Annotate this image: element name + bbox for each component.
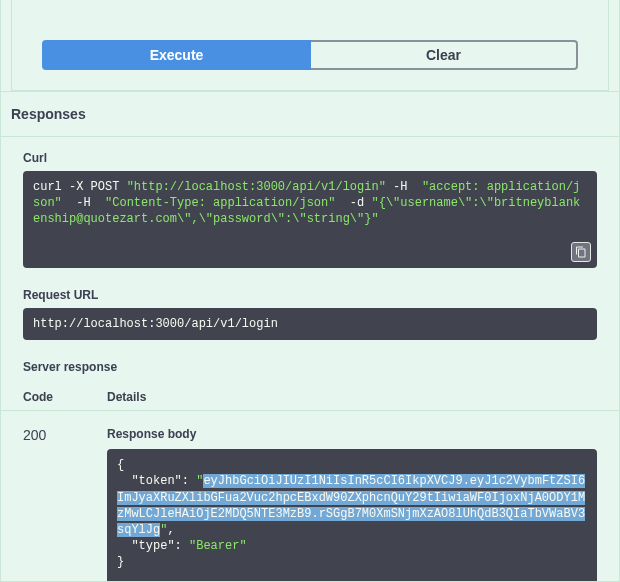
execute-button[interactable]: Execute [42,40,311,70]
request-url-label: Request URL [23,288,597,302]
response-body-label: Response body [107,427,597,441]
server-response-label: Server response [23,360,597,374]
server-response-section: Server response [1,346,619,374]
request-url-section: Request URL http://localhost:3000/api/v1… [1,274,619,346]
clear-button[interactable]: Clear [311,40,578,70]
request-url-box: http://localhost:3000/api/v1/login [23,308,597,340]
responses-header-bar: Responses [0,91,620,137]
response-body-json: { "token": "eyJhbGciOiJIUzI1NiIsInR5cCI6… [117,458,585,569]
curl-section: Curl curl -X POST "http://localhost:3000… [1,137,619,274]
responses-title: Responses [11,106,609,122]
response-row: 200 Response body { "token": "eyJhbGciOi… [1,411,619,582]
curl-label: Curl [23,151,597,165]
response-table-header: Code Details [1,380,619,411]
details-column-header: Details [107,390,597,404]
curl-text: curl -X POST "http://localhost:3000/api/… [33,180,580,226]
action-button-row: Execute Clear [12,0,608,90]
copy-curl-icon[interactable] [571,242,591,262]
response-details: Response body { "token": "eyJhbGciOiJIUz… [107,427,597,582]
swagger-try-response-panel: Execute Clear Responses Curl curl -X POS… [0,0,620,582]
curl-command-box: curl -X POST "http://localhost:3000/api/… [23,171,597,268]
request-url-value: http://localhost:3000/api/v1/login [33,317,278,331]
status-code: 200 [23,427,107,582]
operation-block: Execute Clear [11,0,609,91]
code-column-header: Code [23,390,107,404]
response-body-box: { "token": "eyJhbGciOiJIUzI1NiIsInR5cCI6… [107,449,597,582]
